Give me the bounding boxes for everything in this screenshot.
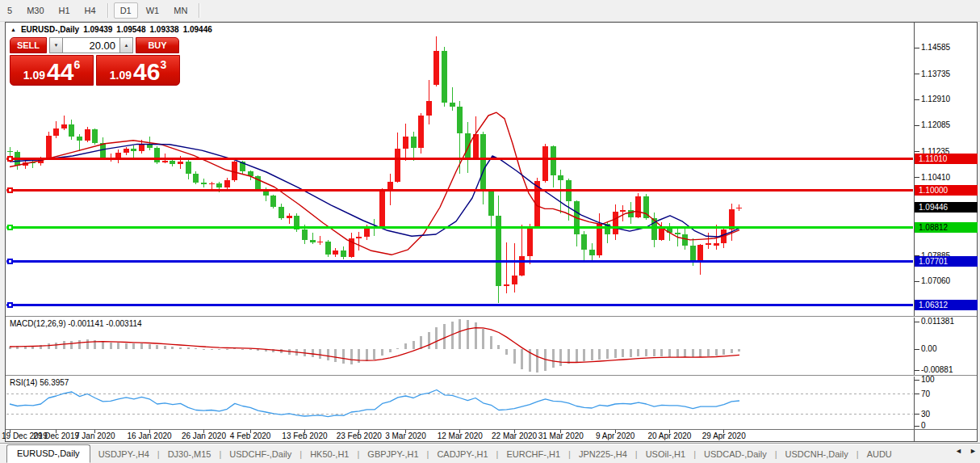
macd-bar — [653, 349, 655, 356]
candle-body — [201, 183, 207, 184]
macd-axis-label: -0.00881 — [921, 366, 953, 374]
chart-tab-usdjpy-h4[interactable]: USDJPY-,H4 — [90, 446, 157, 463]
candle-body — [131, 149, 136, 151]
macd-bar — [614, 349, 617, 358]
macd-bar — [583, 349, 585, 361]
chart-tab-eurchf-h1[interactable]: EURCHF-,H1 — [498, 446, 568, 463]
candle-body — [426, 101, 432, 116]
candle-body — [433, 51, 439, 85]
macd-bar — [692, 349, 694, 357]
macd-bar — [396, 348, 399, 349]
date-label: 7 Jan 2020 — [75, 431, 115, 440]
macd-bar — [156, 345, 158, 349]
candle-body — [232, 162, 237, 180]
date-label: 4 Feb 2020 — [230, 431, 271, 440]
chart-tab-usoil-h1[interactable]: USOil-,H1 — [638, 446, 694, 463]
chart-tab-bar: EURUSD-,DailyUSDJPY-,H4|DJ30-,M15|USDCHF… — [0, 443, 980, 463]
candle-body — [628, 210, 634, 217]
candle-body — [450, 103, 455, 106]
macd-bar — [676, 349, 679, 357]
macd-bar — [505, 349, 508, 355]
macd-bar — [435, 327, 438, 349]
macd-axis-label: 0.00 — [921, 345, 936, 353]
volume-increase-button[interactable]: ▲ — [119, 37, 133, 53]
collapse-arrow-icon[interactable]: ▲ — [10, 27, 16, 32]
chart-tab-audu[interactable]: AUDU — [859, 446, 900, 463]
macd-bar — [443, 324, 446, 349]
candle-body — [69, 124, 74, 137]
candle-body — [302, 229, 308, 240]
date-label: 20 Apr 2020 — [647, 431, 691, 440]
macd-bar — [110, 343, 112, 349]
date-label: 9 Apr 2020 — [596, 431, 634, 440]
macd-bar — [722, 349, 725, 355]
macd-bar — [660, 349, 663, 356]
candle-body — [178, 162, 183, 164]
macd-bar — [55, 343, 57, 349]
chart-tab-eurusd-daily[interactable]: EURUSD-,Daily — [6, 444, 90, 463]
sell-price-button[interactable]: 1.09 44 6 — [10, 55, 94, 86]
macd-bar — [536, 349, 538, 373]
rsi-axis-label: 30 — [921, 410, 930, 419]
macd-bar — [350, 349, 353, 364]
macd-bar — [140, 343, 143, 349]
tab-scroll-left-icon[interactable]: ◄ — [955, 447, 962, 455]
current-price-badge: 1.09446 — [915, 202, 978, 213]
macd-label: MACD(12,26,9) -0.001141 -0.003114 — [10, 319, 142, 328]
candle-body — [690, 246, 696, 260]
sell-button[interactable]: SELL — [10, 37, 47, 53]
sell-price-sup: 6 — [73, 58, 80, 71]
candle-body — [542, 146, 548, 181]
macd-bar — [63, 341, 65, 349]
chart-tab-cadjpy-h1[interactable]: CADJPY-,H1 — [429, 446, 496, 463]
macd-axis-label: 0.011381 — [921, 318, 954, 326]
candle-body — [317, 242, 323, 243]
candle-body — [364, 227, 370, 237]
date-label: 16 Jan 2020 — [128, 431, 172, 440]
macd-bar — [149, 344, 151, 349]
macd-bar — [70, 341, 73, 349]
macd-bar — [598, 349, 601, 360]
chart-tab-gbpjpy-h1[interactable]: GBPJPY-,H1 — [359, 446, 426, 463]
macd-bar — [226, 349, 228, 350]
chart-tab-usdcad-daily[interactable]: USDCAD-,Daily — [696, 446, 775, 463]
buy-price-button[interactable]: 1.09 46 3 — [96, 55, 180, 86]
mt4-terminal: 5M30H1H4D1W1MN ▲ EURUSD-,Daily 1.09439 1… — [0, 0, 980, 463]
ohlc-low: 1.09338 — [150, 25, 179, 34]
candle-body — [61, 124, 67, 128]
macd-bar — [591, 349, 593, 360]
macd-bar — [389, 349, 392, 352]
macd-bar — [86, 339, 89, 349]
line-handle-dot — [9, 260, 11, 263]
chart-tab-jpn225-h4[interactable]: JPN225-,H4 — [571, 446, 635, 463]
chart-tab-hk50-h1[interactable]: HK50-,H1 — [302, 446, 357, 463]
candle-body — [480, 134, 486, 192]
candle-body — [154, 148, 160, 162]
volume-decrease-button[interactable]: ▼ — [49, 37, 63, 53]
candle-body — [162, 161, 168, 162]
macd-bar — [203, 349, 205, 350]
line-handle-dot — [9, 158, 11, 160]
buy-button[interactable]: BUY — [136, 37, 179, 53]
volume-input[interactable]: 20.00 — [63, 37, 119, 53]
tab-scroll-right-icon[interactable]: ► — [970, 447, 977, 455]
chart-tab-dj30-m15[interactable]: DJ30-,M15 — [160, 446, 220, 463]
candle-body — [216, 183, 222, 187]
candle-body — [442, 51, 447, 103]
candle-body — [597, 224, 602, 255]
candle-body — [411, 137, 417, 149]
chart-tab-usdchf-daily[interactable]: USDCHF-,Daily — [221, 446, 299, 463]
candle-body — [527, 226, 533, 256]
chart-tab-usdcnh-daily[interactable]: USDCNH-,Daily — [777, 446, 856, 463]
horizontal-levels — [6, 156, 913, 308]
rsi-axis-label: 100 — [921, 376, 935, 384]
trade-controls-row: SELL ▼ 20.00 ▲ BUY — [10, 37, 181, 53]
macd-bar — [241, 349, 244, 350]
macd-bar — [195, 348, 197, 349]
candle-body — [53, 128, 59, 135]
macd-bar — [404, 343, 407, 349]
macd-bar — [366, 349, 368, 361]
ohlc-open: 1.09439 — [83, 25, 112, 34]
macd-bar — [576, 349, 578, 362]
macd-bar — [413, 341, 415, 349]
